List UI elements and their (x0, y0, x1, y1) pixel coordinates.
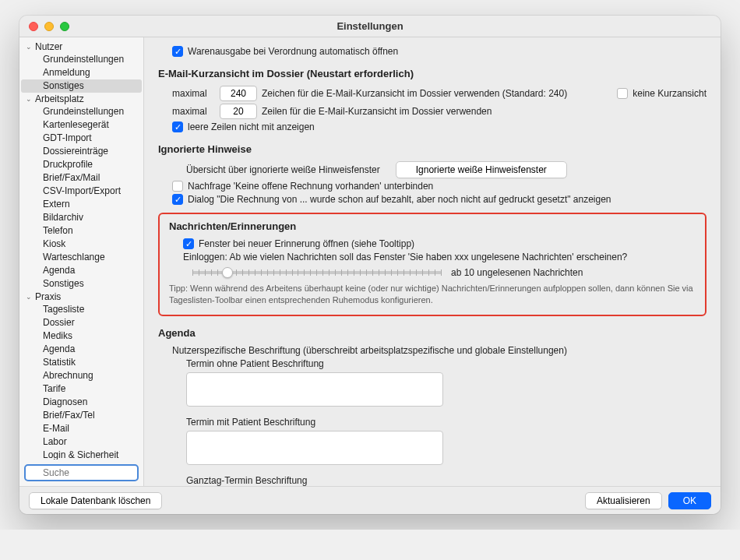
sidebar-item[interactable]: Dossiereinträge (21, 145, 142, 158)
label-termin-mit: Termin mit Patient Beschriftung (186, 417, 707, 428)
chevron-down-icon: ⌄ (26, 293, 33, 301)
label-warenausgabe: Warenausgabe bei Verordnung automatisch … (188, 46, 398, 57)
label-ignored-overview: Übersicht über ignorierte weiße Hinweisf… (186, 164, 380, 175)
sidebar-item[interactable]: Mediks (21, 329, 142, 343)
sidebar-item[interactable]: Login & Sicherheit (21, 449, 142, 460)
sidebar-item[interactable]: Statistik (21, 356, 142, 369)
sidebar-item[interactable]: E-Mail (21, 422, 142, 435)
sidebar-tree: ⌄ Nutzer Grundeinstellungen Anmeldung So… (19, 37, 143, 460)
section-email: E-Mail-Kurzansicht im Dossier (Neustart … (158, 68, 707, 79)
button-update[interactable]: Aktualisieren (585, 492, 662, 509)
sidebar-item[interactable]: Extern (21, 198, 142, 211)
sidebar-item[interactable]: Kiosk (21, 238, 142, 251)
minimize-icon[interactable] (44, 22, 54, 31)
sidebar-item[interactable]: Agenda (21, 343, 142, 356)
footer: Lokale Datenbank löschen Aktualisieren O… (19, 486, 721, 514)
section-ignored: Ignorierte Hinweise (158, 143, 707, 155)
section-agenda: Agenda (158, 327, 707, 339)
label-lines-suffix: Zeilen für die E-Mail-Kurzansicht im Dos… (262, 106, 492, 117)
label-slider-value: ab 10 ungelesenen Nachrichten (451, 267, 583, 278)
chevron-down-icon: ⌄ (26, 43, 33, 51)
sidebar-group-praxis[interactable]: ⌄ Praxis (19, 291, 143, 303)
label-dialog-rechnung: Dialog "Die Rechnung von ... wurde schon… (188, 194, 611, 205)
label-no-shortview: keine Kurzansicht (633, 88, 707, 99)
highlighted-section-nachrichten: Nachrichten/Erinnerungen Fenster bei neu… (158, 213, 707, 316)
checkbox-nachfrage[interactable] (172, 181, 183, 192)
checkbox-dialog-rechnung[interactable] (172, 194, 183, 205)
sidebar-item[interactable]: Tagesliste (21, 303, 142, 316)
hint-ruhemodus: Tipp: Wenn während des Arbeitens überhau… (169, 283, 696, 307)
sidebar-item[interactable]: Tarife (21, 382, 142, 396)
sidebar-item[interactable]: Brief/Fax/Tel (21, 409, 142, 422)
sidebar-item[interactable]: Abrechnung (21, 369, 142, 382)
sidebar-item[interactable]: Kartenlesegerät (21, 118, 142, 132)
button-delete-local-db[interactable]: Lokale Datenbank löschen (29, 492, 162, 509)
sidebar-item[interactable]: GDT-Import (21, 132, 142, 145)
chevron-down-icon: ⌄ (26, 95, 33, 103)
sidebar-group-label: Praxis (35, 291, 61, 302)
sidebar-item[interactable]: Grundeinstellungen (21, 53, 142, 66)
sidebar-item[interactable]: Warteschlange (21, 251, 142, 264)
label-chars-suffix: Zeichen für die E-Mail-Kurzansicht im Do… (262, 88, 567, 99)
textarea-termin-mit[interactable] (186, 431, 443, 465)
sidebar-group-label: Nutzer (35, 41, 62, 52)
window-title: Einstellungen (27, 20, 713, 32)
sidebar-item[interactable]: Agenda (21, 264, 142, 277)
label-maximal: maximal (172, 88, 215, 99)
zoom-icon[interactable] (60, 22, 69, 31)
slider-thumb[interactable] (222, 267, 233, 278)
checkbox-no-shortview[interactable] (617, 88, 628, 99)
slider-unread-threshold[interactable] (192, 271, 442, 274)
checkbox-warenausgabe[interactable] (172, 46, 183, 57)
sidebar-item[interactable]: Sonstiges (21, 277, 142, 291)
sidebar-item[interactable]: Grundeinstellungen (21, 105, 142, 118)
sidebar-item[interactable]: Bildarchiv (21, 211, 142, 224)
sidebar-item[interactable]: Anmeldung (21, 66, 142, 79)
label-maximal2: maximal (172, 106, 215, 117)
sidebar-item[interactable]: Telefon (21, 224, 142, 238)
preferences-window: Einstellungen ⌄ Nutzer Grundeinstellunge… (19, 16, 721, 514)
sidebar: ⌄ Nutzer Grundeinstellungen Anmeldung So… (19, 37, 144, 486)
label-fenster-neu: Fenster bei neuer Erinnerung öffnen (sie… (199, 238, 414, 249)
label-empty-lines: leere Zeilen nicht mit anzeigen (188, 122, 315, 132)
button-ignored-windows[interactable]: Ignorierte weiße Hinweisfenster (396, 161, 567, 178)
sidebar-group-nutzer[interactable]: ⌄ Nutzer (19, 41, 143, 53)
sidebar-item[interactable]: Brief/Fax/Mail (21, 171, 142, 185)
textarea-termin-ohne[interactable] (186, 372, 443, 407)
label-termin-ohne: Termin ohne Patient Beschriftung (186, 358, 707, 369)
sidebar-item[interactable]: Dossier (21, 316, 142, 329)
sidebar-item[interactable]: Labor (21, 435, 142, 449)
sidebar-item[interactable]: Diagnosen (21, 396, 142, 409)
checkbox-fenster-neu[interactable] (183, 238, 194, 249)
sidebar-group-label: Arbeitsplatz (35, 93, 84, 104)
search-input[interactable] (24, 464, 139, 481)
input-email-lines[interactable] (220, 104, 257, 119)
label-nachfrage: Nachfrage 'Keine offene Rechnung vorhand… (188, 181, 433, 192)
sidebar-group-arbeitsplatz[interactable]: ⌄ Arbeitsplatz (19, 93, 143, 105)
button-ok[interactable]: OK (668, 492, 711, 509)
content-pane: Warenausgabe bei Verordnung automatisch … (144, 37, 721, 486)
input-email-chars[interactable] (220, 86, 257, 101)
label-einloggen: Einloggen: Ab wie vielen Nachrichten sol… (183, 252, 627, 262)
checkbox-empty-lines[interactable] (172, 122, 183, 132)
close-icon[interactable] (29, 22, 38, 31)
window-controls (29, 22, 69, 31)
sidebar-item[interactable]: CSV-Import/Export (21, 185, 142, 198)
label-agenda-desc: Nutzerspezifische Beschriftung (überschr… (172, 345, 567, 356)
label-ganztag: Ganztag-Termin Beschriftung (186, 475, 707, 486)
sidebar-item-sonstiges[interactable]: Sonstiges (21, 79, 142, 93)
titlebar: Einstellungen (19, 16, 721, 37)
section-nachrichten: Nachrichten/Erinnerungen (169, 220, 696, 232)
sidebar-item[interactable]: Druckprofile (21, 158, 142, 171)
